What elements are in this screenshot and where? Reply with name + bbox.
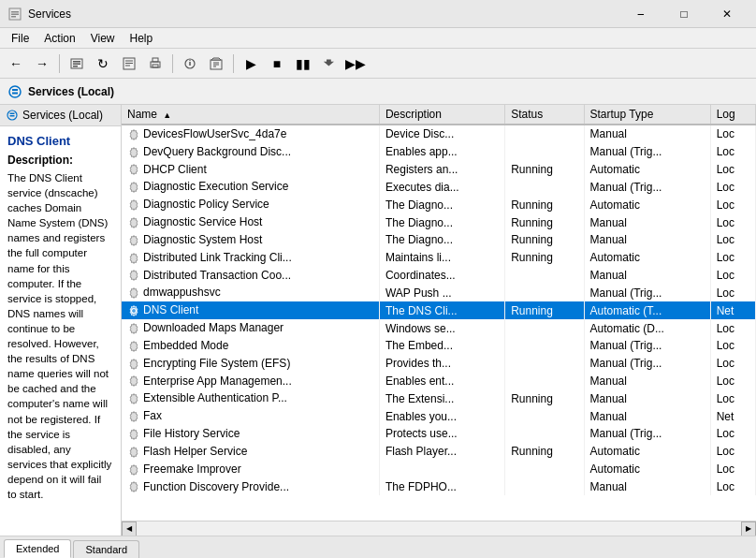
forward-button[interactable]: →	[30, 51, 54, 76]
table-row[interactable]: DevQuery Background Disc...Enables app..…	[122, 143, 756, 161]
cell-startup: Manual	[584, 267, 710, 285]
cell-startup: Manual	[584, 231, 710, 249]
left-panel: Services (Local) DNS Client Description:…	[0, 105, 122, 536]
cell-startup: Manual (Trig...	[584, 284, 710, 301]
col-log[interactable]: Log	[710, 105, 755, 125]
start-service-button[interactable]: ▶	[239, 51, 263, 76]
cell-startup: Manual	[584, 213, 710, 231]
tab-extended[interactable]: Extended	[4, 539, 71, 558]
cell-startup: Manual (Trig...	[584, 355, 710, 373]
cell-status	[505, 143, 584, 161]
cell-startup: Manual (Trig...	[584, 143, 710, 161]
cell-status: Running	[505, 213, 584, 231]
print-button[interactable]	[143, 51, 167, 76]
table-row[interactable]: Diagnostic Service HostThe Diagno...Runn…	[122, 213, 756, 231]
table-row[interactable]: Embedded ModeThe Embed...Manual (Trig...…	[122, 337, 756, 355]
gear-icon	[127, 304, 140, 317]
table-row[interactable]: DevicesFlowUserSvc_4da7eDevice Disc...Ma…	[122, 125, 756, 143]
cell-status	[505, 337, 584, 355]
refresh-button[interactable]: ↻	[91, 51, 115, 76]
table-row[interactable]: Diagnostic System HostThe Diagno...Runni…	[122, 231, 756, 249]
col-description[interactable]: Description	[379, 105, 504, 125]
cell-description: The Extensi...	[379, 389, 504, 407]
cell-description: Enables app...	[379, 143, 504, 161]
gear-icon	[127, 269, 140, 282]
svg-point-23	[9, 86, 21, 97]
col-status[interactable]: Status	[505, 105, 584, 125]
table-row[interactable]: File History ServiceProtects use...Manua…	[122, 425, 756, 443]
svg-rect-5	[73, 61, 80, 63]
left-panel-header-text: Services (Local)	[22, 109, 103, 122]
scroll-left-button[interactable]: ◀	[122, 521, 137, 536]
gear-icon	[127, 234, 140, 247]
h-scrollbar[interactable]: ◀ ▶	[122, 521, 756, 536]
close-button[interactable]: ✕	[705, 0, 749, 28]
cell-name: Embedded Mode	[122, 337, 379, 355]
table-row[interactable]: Diagnostic Execution ServiceExecutes dia…	[122, 178, 756, 196]
help-properties-button[interactable]	[204, 51, 228, 76]
gear-icon	[127, 146, 140, 159]
services-table-container[interactable]: Name ▲ Description Status Startup Type L…	[122, 105, 756, 521]
pause-service-button[interactable]: ▮▮	[291, 51, 315, 76]
cell-description: Coordinates...	[379, 267, 504, 285]
scroll-right-button[interactable]: ▶	[741, 521, 756, 536]
cell-startup: Automatic	[584, 196, 710, 213]
gear-icon	[127, 198, 140, 212]
table-row[interactable]: Extensible Authentication P...The Extens…	[122, 389, 756, 407]
properties-button[interactable]	[178, 51, 202, 76]
cell-log: Loc	[710, 284, 755, 301]
svg-rect-27	[10, 113, 15, 115]
table-row[interactable]: Downloaded Maps ManagerWindows se...Auto…	[122, 319, 756, 337]
cell-startup: Automatic	[584, 461, 710, 478]
export-button[interactable]	[117, 51, 141, 76]
gear-icon	[127, 428, 140, 441]
cell-log: Loc	[710, 143, 755, 161]
table-row[interactable]: Function Discovery Provide...The FDPHO..…	[122, 478, 756, 496]
tab-standard[interactable]: Standard	[73, 540, 139, 558]
h-scrollbar-track[interactable]	[137, 521, 741, 536]
menu-view[interactable]: View	[83, 30, 123, 47]
cell-startup: Automatic	[584, 161, 710, 179]
maximize-button[interactable]: □	[662, 0, 705, 28]
cell-log: Net	[710, 301, 755, 319]
cell-status	[505, 373, 584, 390]
cell-name: Diagnostic Service Host	[122, 213, 379, 231]
cell-log: Loc	[710, 267, 755, 285]
menu-help[interactable]: Help	[123, 30, 161, 47]
cell-log: Loc	[710, 373, 755, 390]
cell-status: Running	[505, 161, 584, 179]
gear-icon	[127, 286, 140, 300]
col-startup[interactable]: Startup Type	[584, 105, 710, 125]
cell-log: Loc	[710, 231, 755, 249]
table-row[interactable]: Distributed Link Tracking Cli...Maintain…	[122, 249, 756, 267]
title-bar-text: Services	[28, 7, 619, 21]
more-button[interactable]: ▶▶	[343, 51, 368, 76]
cell-startup: Automatic	[584, 443, 710, 461]
table-row[interactable]: Freemake ImproverAutomaticLoc	[122, 461, 756, 478]
menu-file[interactable]: File	[4, 30, 36, 47]
table-row[interactable]: DNS ClientThe DNS Cli...RunningAutomatic…	[122, 301, 756, 319]
menu-action[interactable]: Action	[36, 30, 82, 47]
cell-startup: Automatic (D...	[584, 319, 710, 337]
table-row[interactable]: Diagnostic Policy ServiceThe Diagno...Ru…	[122, 196, 756, 213]
table-row[interactable]: Distributed Transaction Coo...Coordinate…	[122, 267, 756, 285]
cell-name: Diagnostic Policy Service	[122, 196, 379, 213]
table-row[interactable]: Enterprise App Managemen...Enables ent..…	[122, 373, 756, 390]
table-row[interactable]: Encrypting File System (EFS)Provides th.…	[122, 355, 756, 373]
back-button[interactable]: ←	[4, 51, 28, 76]
cell-description: The Diagno...	[379, 231, 504, 249]
stop-service-button[interactable]: ■	[265, 51, 289, 76]
table-row[interactable]: dmwappushsvcWAP Push ...Manual (Trig...L…	[122, 284, 756, 301]
table-row[interactable]: DHCP ClientRegisters an...RunningAutomat…	[122, 161, 756, 179]
table-row[interactable]: FaxEnables you...ManualNet	[122, 407, 756, 425]
up-button[interactable]	[65, 51, 89, 76]
cell-name: Distributed Transaction Coo...	[122, 267, 379, 285]
restart-service-button[interactable]	[317, 51, 342, 76]
col-name[interactable]: Name ▲	[122, 105, 379, 125]
table-row[interactable]: Flash Helper ServiceFlash Player...Runni…	[122, 443, 756, 461]
gear-icon	[127, 128, 140, 141]
right-panel: Name ▲ Description Status Startup Type L…	[122, 105, 756, 536]
minimize-button[interactable]: ‒	[619, 0, 662, 28]
separator-3	[233, 54, 234, 73]
cell-status	[505, 355, 584, 373]
